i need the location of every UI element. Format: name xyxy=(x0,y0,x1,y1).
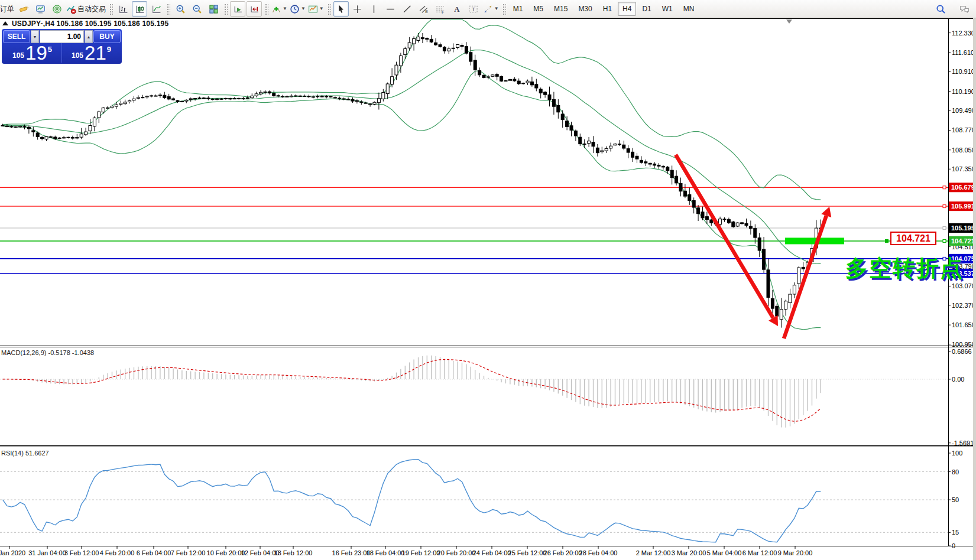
tf-d1-button[interactable]: D1 xyxy=(637,2,656,16)
volume-input[interactable]: 1.00 xyxy=(40,30,84,43)
candle xyxy=(421,38,424,39)
trend-arrows[interactable] xyxy=(676,155,831,338)
candle xyxy=(763,249,766,269)
bollinger-middle xyxy=(3,50,821,264)
indicators-button[interactable]: ▼ xyxy=(271,1,288,17)
toolbar-group-chart-type xyxy=(115,1,164,17)
dropdown-caret-icon[interactable]: ▼ xyxy=(283,6,287,11)
arrow-line[interactable] xyxy=(676,155,773,318)
text-label-button[interactable]: T xyxy=(466,1,481,17)
indicators-icon xyxy=(271,4,281,14)
tf-mn-button[interactable]: MN xyxy=(679,2,699,16)
candle xyxy=(413,39,416,44)
candle xyxy=(443,47,446,51)
hline-anchor[interactable] xyxy=(943,205,946,208)
trendline-button[interactable] xyxy=(400,1,415,17)
tf-m5-button[interactable]: M5 xyxy=(528,2,548,16)
new-order-button[interactable]: 新订单 xyxy=(0,1,15,17)
time-tick-label: 13 Feb 12:00 xyxy=(274,549,313,556)
channel-button[interactable]: E xyxy=(416,1,432,17)
price-callout-box[interactable]: 104.721 xyxy=(890,232,936,245)
candle xyxy=(329,96,332,97)
signals-button[interactable] xyxy=(49,1,64,17)
dropdown-caret-icon[interactable]: ▼ xyxy=(319,6,324,11)
vertical-line-button[interactable] xyxy=(367,1,382,17)
auto-scroll-button[interactable] xyxy=(230,1,245,17)
candle xyxy=(657,165,660,166)
zoom-out-button[interactable] xyxy=(189,1,205,17)
tf-h1-button[interactable]: H1 xyxy=(598,2,617,16)
search-button[interactable] xyxy=(933,1,948,17)
chart-shift-marker-icon[interactable] xyxy=(786,19,792,24)
toolbar-grip[interactable] xyxy=(327,3,331,15)
templates-button[interactable]: ▼ xyxy=(307,1,325,17)
candle xyxy=(487,77,489,77)
time-tick-label: 18 Feb 04:00 xyxy=(367,549,405,556)
tf-m15-button[interactable]: M15 xyxy=(549,2,572,16)
candle xyxy=(299,96,301,96)
dropdown-caret-icon[interactable]: ▼ xyxy=(301,6,306,11)
candle xyxy=(544,92,547,95)
horizontal-line-button[interactable] xyxy=(383,1,398,17)
terminal-button[interactable] xyxy=(33,1,48,17)
text-button[interactable]: A xyxy=(449,1,465,17)
candle xyxy=(369,104,372,105)
candle xyxy=(627,149,630,152)
hline-anchor[interactable] xyxy=(943,186,946,189)
price-axis[interactable]: 112.330111.610110.910110.190109.490108.7… xyxy=(948,30,975,549)
buy-button[interactable]: BUY xyxy=(93,30,121,43)
bar-chart-button[interactable] xyxy=(115,1,131,17)
tf-w1-button[interactable]: W1 xyxy=(657,2,677,16)
time-tick-label: 16 Feb 23:00 xyxy=(332,549,371,556)
callout-anchor[interactable] xyxy=(885,239,889,243)
macd-tick-label: -1.5691 xyxy=(952,439,974,447)
toolbar-grip[interactable] xyxy=(264,3,268,15)
toolbar-grip[interactable] xyxy=(502,3,506,15)
chat-button[interactable] xyxy=(956,1,972,17)
candle xyxy=(596,148,599,152)
zoom-in-button[interactable] xyxy=(173,1,188,17)
trend-icon xyxy=(402,4,412,14)
candle xyxy=(54,137,57,139)
tf-m1-button[interactable]: M1 xyxy=(508,2,528,16)
tf-m30-button[interactable]: M30 xyxy=(573,2,596,16)
crosshair-button[interactable] xyxy=(350,1,365,17)
toolbar-grip[interactable] xyxy=(109,3,113,15)
sell-button[interactable]: SELL xyxy=(3,30,30,43)
toolbar-grip[interactable] xyxy=(223,3,228,15)
volume-up-button[interactable]: ▲ xyxy=(85,30,93,43)
dropdown-caret-icon[interactable]: ▼ xyxy=(494,6,499,11)
sell-price[interactable]: 105 19 5 xyxy=(3,43,62,63)
price-tick-label: 110.190 xyxy=(952,88,975,95)
candle xyxy=(561,114,564,119)
candle xyxy=(207,98,210,99)
periods-button[interactable]: ▼ xyxy=(289,1,306,17)
candle xyxy=(194,99,197,99)
candle xyxy=(456,44,459,47)
buy-price[interactable]: 105 21 9 xyxy=(62,43,121,63)
chart-shift-button[interactable] xyxy=(247,1,262,17)
candlestick-button[interactable] xyxy=(132,1,147,17)
tf-h4-button[interactable]: H4 xyxy=(618,2,636,16)
hline-anchor[interactable] xyxy=(943,239,946,242)
channel-icon: E xyxy=(419,4,429,14)
price-tag-label: 104.721 xyxy=(951,237,975,245)
arrows-button[interactable]: ▼ xyxy=(482,1,500,17)
tile-windows-button[interactable] xyxy=(206,1,221,17)
fibonacci-button[interactable]: F xyxy=(433,1,448,17)
hline-anchor[interactable] xyxy=(943,227,946,230)
highlighter-button[interactable] xyxy=(16,1,31,17)
line-chart-button[interactable] xyxy=(148,1,164,17)
toolbar-group-insert: ▼▼▼ xyxy=(270,1,325,17)
auto-trading-button[interactable]: 自动交易 xyxy=(66,1,106,17)
toolbar-grip[interactable] xyxy=(166,3,170,15)
cursor-button[interactable] xyxy=(333,1,349,17)
candle xyxy=(579,137,582,144)
collapse-panel-icon[interactable] xyxy=(2,21,8,25)
time-axis[interactable]: 9 Jan 202031 Jan 04:003 Feb 12:004 Feb 2… xyxy=(0,546,812,556)
highlight-bar[interactable] xyxy=(785,237,844,244)
arrow-line[interactable] xyxy=(784,216,826,338)
horizontal-line-objects[interactable] xyxy=(0,186,948,275)
volume-down-button[interactable]: ▼ xyxy=(31,30,39,43)
chart-canvas[interactable]: 112.330111.610110.910110.190109.490108.7… xyxy=(0,0,976,560)
